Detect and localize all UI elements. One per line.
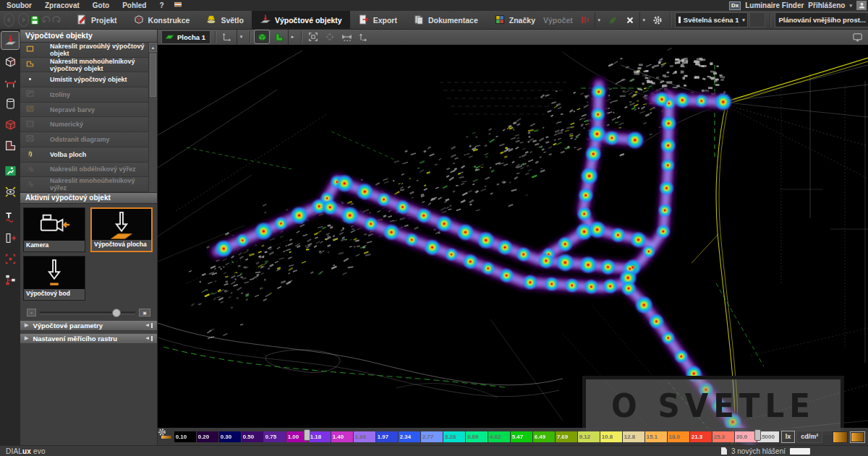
side-opening-icon[interactable]: [1, 116, 19, 133]
cad-viewport: Plocha 1 ▾ ▸ O SVETLE: [158, 29, 868, 446]
menu-goto[interactable]: Goto: [86, 1, 116, 9]
login-status[interactable]: Přihlášeno: [808, 1, 845, 9]
measure-distance-button[interactable]: [339, 30, 354, 43]
clear-options-caret[interactable]: ▾: [639, 12, 648, 27]
side-room-icon[interactable]: [1, 53, 19, 70]
focus-point-button: [323, 30, 337, 43]
scale-segment-0.10: 0.10: [174, 431, 196, 442]
tab-konstrukce[interactable]: Konstrukce: [125, 11, 198, 29]
tab-sv-tlo[interactable]: Světlo: [197, 11, 252, 29]
message-page-icon: [721, 447, 727, 455]
scale-settings-gear[interactable]: [161, 435, 172, 439]
unit-button-lx[interactable]: lx: [781, 431, 796, 443]
view-plan-button[interactable]: [271, 30, 286, 43]
scale-segment-3.28: 3.28: [443, 431, 465, 442]
tool-volba-ploch[interactable]: Volba ploch: [20, 147, 157, 163]
tile-výpočtový-bod[interactable]: Výpočtový bod: [23, 256, 85, 301]
scale-segment-2.34: 2.34: [399, 431, 420, 442]
unit-button-cdm2[interactable]: cd/m²: [796, 431, 822, 443]
scale-segment-25.3: 25.3: [712, 431, 734, 442]
clear-results-button[interactable]: [622, 12, 638, 27]
scale-segment-4.62: 4.62: [488, 431, 510, 442]
notifications-link[interactable]: 3 nových hlášení: [731, 447, 786, 455]
menu-items: SouborZpracovatGotoPohled?: [0, 0, 171, 11]
tab-projekt[interactable]: Projekt: [68, 11, 125, 29]
scale-segment-0.75: 0.75: [264, 431, 286, 442]
tool-nakreslit-mnohoúhelníkový-výpo[interactable]: Nakreslit mnohoúhelníkový výpočtový obje…: [20, 58, 157, 73]
side-text-icon[interactable]: [1, 208, 19, 225]
tile-výpočtová-plocha[interactable]: Výpočtová plocha: [90, 207, 153, 252]
tool-nakreslit-pravoúhlý-výpočtový-[interactable]: Nakreslit pravoúhlý výpočtový objekt: [20, 43, 157, 58]
tool-isolines-icon: [25, 89, 45, 100]
light-scene-select[interactable]: Světelná scéna 1 ▾: [675, 12, 749, 27]
scale-segment-1.66: 1.66: [354, 431, 375, 442]
tool-select-icon: [25, 149, 45, 160]
section-výpočtové-parametry[interactable]: ▶Výpočtové parametry: [20, 320, 157, 331]
side-column-icon[interactable]: [1, 95, 19, 112]
tab-v-po-tov-objekty[interactable]: Výpočtové objekty: [252, 11, 350, 29]
view-options-caret[interactable]: ▸: [288, 30, 297, 45]
status-right: 3 nových hlášení: [721, 447, 810, 455]
user-avatar[interactable]: [856, 1, 867, 10]
side-focus-icon[interactable]: [1, 250, 19, 267]
compute-label: Výpočet: [543, 16, 573, 25]
tab-zna-ky[interactable]: Značky: [486, 11, 543, 29]
scroll-thumb[interactable]: [150, 53, 156, 97]
surface-selector[interactable]: Plocha 1: [161, 30, 210, 44]
menu-zpracovat[interactable]: Zpracovat: [38, 1, 86, 9]
menu-?[interactable]: ?: [153, 1, 170, 9]
luminaire-finder-link[interactable]: Luminaire Finder: [745, 1, 804, 9]
side-zone-icon[interactable]: [1, 137, 19, 154]
tile-kamera[interactable]: Kamera: [23, 207, 85, 252]
calculation-settings-gear[interactable]: [650, 12, 665, 27]
tool-umístit-výpočtový-objekt[interactable]: Umístit výpočtový objekt: [20, 72, 157, 87]
falsecolor-style-button-2[interactable]: [850, 431, 865, 443]
tool-odstranit-diagramy: Odstranit diagramy: [20, 132, 157, 147]
viewport-toolbar: Plocha 1 ▾ ▸: [158, 29, 868, 46]
menu-pohled[interactable]: Pohled: [116, 1, 153, 9]
side-scheme-icon[interactable]: [1, 271, 19, 288]
section-nastavení-měřícího-rastru[interactable]: ▶Nastavení měřícího rastru: [20, 333, 157, 344]
tools-scrollbar[interactable]: ▲: [148, 43, 157, 192]
planning-mode-select[interactable]: Plánování vnějšího prost... ▾: [775, 12, 868, 27]
scale-segment-9.12: 9.12: [578, 431, 600, 442]
tab-dokumentace[interactable]: Dokumentace: [405, 11, 486, 29]
menu-soubor[interactable]: Soubor: [0, 1, 38, 9]
scale-segment-6.49: 6.49: [533, 431, 555, 442]
scale-segment-7.69: 7.69: [556, 431, 577, 442]
slider-handle[interactable]: [112, 309, 121, 317]
icon-size-slider[interactable]: [40, 311, 135, 314]
scale-segment-18.0: 18.0: [668, 431, 689, 442]
move-axis-button[interactable]: [356, 30, 370, 43]
menu-bar: SouborZpracovatGotoPohled? Dx Luminaire …: [0, 0, 868, 11]
scroll-up-icon[interactable]: ▲: [149, 43, 157, 52]
tool-point-icon: [25, 74, 45, 85]
tool-panel: Výpočtové objekty Nakreslit pravoúhlý vý…: [20, 29, 158, 446]
tab-vypocet-icon: [260, 14, 271, 27]
scale-segment-1.40: 1.40: [331, 431, 353, 442]
view-3d-button[interactable]: [255, 30, 269, 43]
dimension-lines-button[interactable]: [220, 30, 234, 43]
scale-slider-handle-2[interactable]: [754, 429, 761, 441]
dialux-evo-window: SouborZpracovatGotoPohled? Dx Luminaire …: [0, 0, 868, 456]
pin-icon[interactable]: [145, 336, 153, 341]
side-calc-icon[interactable]: [1, 32, 19, 49]
tab-export[interactable]: Export: [350, 11, 405, 29]
side-escape-icon[interactable]: [1, 162, 19, 179]
falsecolor-style-button-1[interactable]: [833, 431, 848, 443]
zoom-fit-button[interactable]: [306, 30, 320, 43]
save-button[interactable]: [29, 12, 41, 27]
pin-icon[interactable]: [145, 323, 153, 328]
login-caret-icon[interactable]: ▾: [849, 3, 852, 9]
side-view-icon[interactable]: [1, 183, 19, 200]
dialux-dx-badge: Dx: [729, 1, 741, 10]
dimension-options-caret[interactable]: ▾: [237, 30, 245, 45]
scale-slider-handle-1[interactable]: [304, 429, 310, 441]
side-colplus-icon[interactable]: [1, 229, 19, 246]
object-sidebar: [0, 29, 20, 446]
side-furniture-icon[interactable]: [1, 74, 19, 91]
toolbar-right: Výpočet ▾ ▾ Světelná scéna 1 ▾ Plánování…: [543, 12, 868, 27]
display-monitor-icon[interactable]: [850, 30, 864, 43]
language-flag-icon[interactable]: [174, 0, 183, 11]
map-canvas[interactable]: O SVETLE 0.100.200.300.500.751.001.181.4…: [158, 45, 868, 446]
